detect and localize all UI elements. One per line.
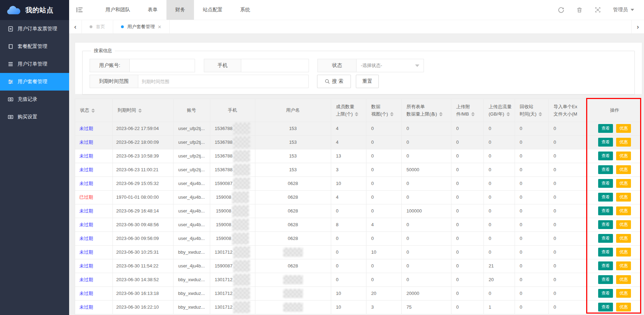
topnav-item-0[interactable]: 用户和团队	[97, 0, 139, 20]
view-button[interactable]: 查看	[598, 124, 613, 133]
sort-carets-icon[interactable]	[390, 112, 394, 116]
column-header-6[interactable]: 数据视图(个)	[366, 99, 401, 122]
cell-phone: 159008	[210, 218, 255, 231]
column-header-1[interactable]: 到期时间	[113, 99, 173, 122]
table-row-5: 已过期1970-01-01 08:00:00user_4ju4b...15900…	[75, 190, 641, 204]
sort-carets-icon[interactable]	[506, 112, 510, 116]
view-button[interactable]: 查看	[598, 179, 613, 188]
view-button[interactable]: 查看	[598, 138, 613, 147]
discount-button[interactable]: 优惠	[616, 138, 631, 147]
view-button[interactable]: 查看	[598, 261, 613, 270]
fullscreen-icon[interactable]	[595, 7, 601, 13]
tab-0[interactable]: 首页	[82, 20, 113, 33]
sort-carets-icon[interactable]	[539, 112, 542, 116]
trash-icon[interactable]	[576, 7, 583, 13]
collapse-menu-icon[interactable]	[69, 0, 90, 20]
tabs-scroll-left-icon[interactable]: ‹	[69, 20, 82, 33]
discount-button[interactable]: 优惠	[616, 152, 631, 160]
date-range-input[interactable]	[138, 75, 308, 88]
topnav-item-4[interactable]: 系统	[231, 0, 259, 20]
cell-member-limit: 10	[331, 177, 366, 190]
cell-username	[255, 273, 331, 286]
view-button[interactable]: 查看	[598, 234, 613, 243]
top-navbar: 用户和团队表单财务站点配置系统 管理员	[69, 0, 644, 20]
cloud-logo-icon	[6, 5, 22, 16]
sidebar-item-5[interactable]: 购买设置	[0, 108, 69, 126]
phone-prefix: 159008	[216, 236, 231, 241]
topnav-items: 用户和团队表单财务站点配置系统	[97, 0, 259, 20]
discount-button[interactable]: 优惠	[616, 275, 631, 284]
column-header-8[interactable]: 上传附件/MB	[451, 99, 484, 122]
cell-member-limit: 4	[331, 190, 366, 204]
discount-button[interactable]: 优惠	[616, 193, 631, 202]
phone-input[interactable]	[241, 59, 309, 72]
tab-1[interactable]: 用户套餐管理✕	[113, 20, 170, 33]
sort-carets-icon[interactable]	[91, 109, 95, 113]
cell-recycle-days: 0	[515, 300, 548, 314]
column-header-10[interactable]: 回收站时间(天)	[515, 99, 548, 122]
discount-button[interactable]: 优惠	[616, 179, 631, 188]
sidebar-item-0[interactable]: 用户订单发票管理	[0, 20, 69, 38]
sort-carets-icon[interactable]	[471, 112, 475, 116]
view-button[interactable]: 查看	[598, 289, 613, 298]
sidebar-item-2[interactable]: 用户订单管理	[0, 55, 69, 73]
cell-upload-attach: 0	[451, 286, 484, 300]
tab-label: 用户套餐管理	[127, 24, 155, 30]
account-input[interactable]	[130, 59, 195, 72]
status-badge: 未过期	[79, 291, 93, 296]
column-header-5[interactable]: 成员数量上限(个)	[331, 99, 366, 122]
sidebar-item-3[interactable]: 用户套餐管理	[0, 73, 69, 91]
phone-prefix: 1301712	[215, 291, 233, 296]
search-button[interactable]: 搜 索	[317, 75, 351, 88]
view-button[interactable]: 查看	[598, 248, 613, 257]
cell-expire-time: 2023-06-29 15:05:32	[113, 177, 173, 190]
discount-button[interactable]: 优惠	[616, 261, 631, 270]
cell-status: 未过期	[75, 273, 113, 286]
discount-button[interactable]: 优惠	[616, 124, 631, 133]
cell-upload-traffic: 0	[484, 190, 515, 204]
sidebar-item-4[interactable]: 充值记录	[0, 91, 69, 108]
discount-button[interactable]: 优惠	[616, 248, 631, 257]
cell-username: 153	[255, 122, 331, 135]
tab-dot-icon	[90, 25, 92, 28]
discount-button[interactable]: 优惠	[616, 234, 631, 243]
cell-status: 已过期	[75, 190, 113, 204]
masked-phone	[233, 164, 250, 176]
cell-recycle-days: 0	[515, 245, 548, 259]
view-button[interactable]: 查看	[598, 220, 613, 229]
view-button[interactable]: 查看	[598, 193, 613, 202]
reset-button[interactable]: 重置	[356, 75, 379, 88]
view-button[interactable]: 查看	[598, 275, 613, 284]
masked-phone	[232, 233, 249, 245]
topnav-item-2[interactable]: 财务	[166, 0, 194, 20]
close-icon[interactable]: ✕	[158, 24, 162, 30]
sort-carets-icon[interactable]	[138, 109, 142, 113]
user-menu[interactable]: 管理员	[613, 7, 634, 13]
refresh-icon[interactable]	[558, 7, 564, 13]
column-header-0[interactable]: 状态	[75, 99, 113, 122]
cell-operations: 查看 优惠	[588, 286, 641, 300]
view-button[interactable]: 查看	[598, 152, 613, 160]
discount-button[interactable]: 优惠	[616, 165, 631, 174]
masked-phone	[233, 150, 250, 162]
cell-status: 未过期	[75, 149, 113, 163]
view-button[interactable]: 查看	[598, 165, 613, 174]
discount-button[interactable]: 优惠	[616, 289, 631, 298]
sidebar-item-1[interactable]: 套餐配置管理	[0, 38, 69, 55]
tabs-scroll-right-icon[interactable]: ›	[631, 20, 644, 33]
discount-button[interactable]: 优惠	[616, 303, 631, 311]
sort-carets-icon[interactable]	[355, 112, 358, 116]
phone-prefix: 159008	[216, 208, 231, 214]
discount-button[interactable]: 优惠	[616, 206, 631, 215]
topnav-item-1[interactable]: 表单	[139, 0, 166, 20]
view-button[interactable]: 查看	[598, 206, 613, 215]
status-badge: 未过期	[79, 208, 93, 214]
discount-button[interactable]: 优惠	[616, 220, 631, 229]
column-header-7[interactable]: 所有表单数据量上限(条)	[401, 99, 451, 122]
column-header-9[interactable]: 上传总流量(GB/年)	[484, 99, 515, 122]
view-button[interactable]: 查看	[598, 303, 613, 311]
cell-status: 未过期	[75, 122, 113, 135]
status-select[interactable]: -选择状态-	[357, 59, 424, 72]
topnav-item-3[interactable]: 站点配置	[194, 0, 231, 20]
sort-carets-icon[interactable]	[439, 112, 443, 116]
